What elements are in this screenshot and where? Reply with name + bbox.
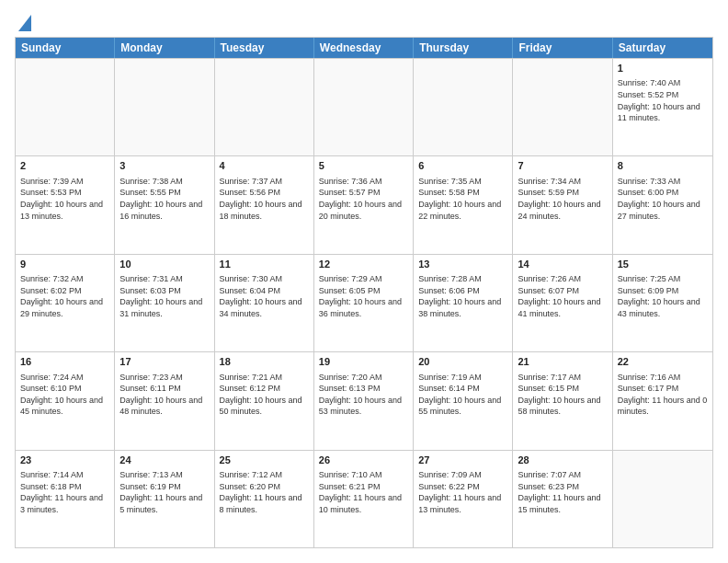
cell-info: Sunrise: 7:07 AM Sunset: 6:23 PM Dayligh… xyxy=(518,469,607,515)
cell-info: Sunrise: 7:16 AM Sunset: 6:17 PM Dayligh… xyxy=(618,372,708,418)
day-number: 20 xyxy=(418,355,507,369)
day-number: 27 xyxy=(418,454,507,467)
cell-info: Sunrise: 7:23 AM Sunset: 6:11 PM Dayligh… xyxy=(119,372,209,418)
calendar-cell-r0-c1 xyxy=(115,59,214,155)
weekday-header-monday: Monday xyxy=(115,38,214,58)
cell-info: Sunrise: 7:17 AM Sunset: 6:15 PM Dayligh… xyxy=(518,372,607,418)
day-number: 9 xyxy=(20,258,109,271)
header xyxy=(15,15,713,28)
calendar-cell-r1-c5: 7Sunrise: 7:34 AM Sunset: 5:59 PM Daylig… xyxy=(513,156,612,253)
cell-info: Sunrise: 7:40 AM Sunset: 5:52 PM Dayligh… xyxy=(618,77,708,123)
calendar-cell-r0-c5 xyxy=(513,59,612,155)
cell-info: Sunrise: 7:19 AM Sunset: 6:14 PM Dayligh… xyxy=(418,372,507,418)
logo xyxy=(15,15,31,28)
calendar-cell-r4-c5: 28Sunrise: 7:07 AM Sunset: 6:23 PM Dayli… xyxy=(513,451,612,547)
calendar-cell-r2-c5: 14Sunrise: 7:26 AM Sunset: 6:07 PM Dayli… xyxy=(513,255,612,351)
calendar-cell-r0-c2 xyxy=(215,59,314,155)
calendar-row-3: 16Sunrise: 7:24 AM Sunset: 6:10 PM Dayli… xyxy=(16,351,712,449)
day-number: 15 xyxy=(618,258,708,271)
calendar-cell-r2-c1: 10Sunrise: 7:31 AM Sunset: 6:03 PM Dayli… xyxy=(115,255,214,351)
calendar-cell-r4-c1: 24Sunrise: 7:13 AM Sunset: 6:19 PM Dayli… xyxy=(115,451,214,547)
cell-info: Sunrise: 7:39 AM Sunset: 5:53 PM Dayligh… xyxy=(20,176,109,222)
cell-info: Sunrise: 7:25 AM Sunset: 6:09 PM Dayligh… xyxy=(618,273,708,319)
weekday-header-thursday: Thursday xyxy=(414,38,513,58)
weekday-header-saturday: Saturday xyxy=(613,38,712,58)
cell-info: Sunrise: 7:28 AM Sunset: 6:06 PM Dayligh… xyxy=(418,273,507,319)
cell-info: Sunrise: 7:38 AM Sunset: 5:55 PM Dayligh… xyxy=(119,176,209,222)
calendar-row-0: 1Sunrise: 7:40 AM Sunset: 5:52 PM Daylig… xyxy=(16,58,712,155)
weekday-header-tuesday: Tuesday xyxy=(215,38,314,58)
calendar-cell-r3-c1: 17Sunrise: 7:23 AM Sunset: 6:11 PM Dayli… xyxy=(115,352,214,449)
calendar-cell-r3-c4: 20Sunrise: 7:19 AM Sunset: 6:14 PM Dayli… xyxy=(414,352,513,449)
calendar-cell-r1-c2: 4Sunrise: 7:37 AM Sunset: 5:56 PM Daylig… xyxy=(215,156,314,253)
cell-info: Sunrise: 7:13 AM Sunset: 6:19 PM Dayligh… xyxy=(119,469,209,515)
cell-info: Sunrise: 7:31 AM Sunset: 6:03 PM Dayligh… xyxy=(119,273,209,319)
calendar-cell-r0-c4 xyxy=(414,59,513,155)
cell-info: Sunrise: 7:37 AM Sunset: 5:56 PM Dayligh… xyxy=(220,176,309,222)
calendar-cell-r4-c2: 25Sunrise: 7:12 AM Sunset: 6:20 PM Dayli… xyxy=(215,451,314,547)
cell-info: Sunrise: 7:24 AM Sunset: 6:10 PM Dayligh… xyxy=(20,372,109,418)
cell-info: Sunrise: 7:26 AM Sunset: 6:07 PM Dayligh… xyxy=(518,273,607,319)
cell-info: Sunrise: 7:12 AM Sunset: 6:20 PM Dayligh… xyxy=(220,469,309,515)
day-number: 7 xyxy=(518,159,607,173)
day-number: 1 xyxy=(618,62,708,75)
day-number: 17 xyxy=(119,355,209,369)
calendar-cell-r3-c0: 16Sunrise: 7:24 AM Sunset: 6:10 PM Dayli… xyxy=(16,352,115,449)
calendar-cell-r0-c3 xyxy=(314,59,414,155)
day-number: 16 xyxy=(20,355,109,369)
calendar-cell-r3-c2: 18Sunrise: 7:21 AM Sunset: 6:12 PM Dayli… xyxy=(215,352,314,449)
day-number: 28 xyxy=(518,454,607,467)
calendar-cell-r4-c6 xyxy=(613,451,712,547)
calendar-cell-r2-c4: 13Sunrise: 7:28 AM Sunset: 6:06 PM Dayli… xyxy=(414,255,513,351)
day-number: 4 xyxy=(220,159,309,173)
calendar-cell-r1-c0: 2Sunrise: 7:39 AM Sunset: 5:53 PM Daylig… xyxy=(16,156,115,253)
day-number: 19 xyxy=(319,355,408,369)
calendar-body: 1Sunrise: 7:40 AM Sunset: 5:52 PM Daylig… xyxy=(16,58,712,547)
cell-info: Sunrise: 7:36 AM Sunset: 5:57 PM Dayligh… xyxy=(319,176,408,222)
calendar-cell-r1-c1: 3Sunrise: 7:38 AM Sunset: 5:55 PM Daylig… xyxy=(115,156,214,253)
cell-info: Sunrise: 7:30 AM Sunset: 6:04 PM Dayligh… xyxy=(220,273,309,319)
calendar-cell-r1-c3: 5Sunrise: 7:36 AM Sunset: 5:57 PM Daylig… xyxy=(314,156,414,253)
day-number: 25 xyxy=(220,454,309,467)
weekday-header-sunday: Sunday xyxy=(16,38,115,58)
day-number: 12 xyxy=(319,258,408,271)
calendar-cell-r1-c6: 8Sunrise: 7:33 AM Sunset: 6:00 PM Daylig… xyxy=(613,156,712,253)
cell-info: Sunrise: 7:14 AM Sunset: 6:18 PM Dayligh… xyxy=(20,469,109,515)
calendar-cell-r2-c2: 11Sunrise: 7:30 AM Sunset: 6:04 PM Dayli… xyxy=(215,255,314,351)
calendar-header: SundayMondayTuesdayWednesdayThursdayFrid… xyxy=(16,38,712,58)
cell-info: Sunrise: 7:21 AM Sunset: 6:12 PM Dayligh… xyxy=(220,372,309,418)
day-number: 18 xyxy=(220,355,309,369)
logo-triangle-icon xyxy=(18,15,31,31)
calendar-row-4: 23Sunrise: 7:14 AM Sunset: 6:18 PM Dayli… xyxy=(16,450,712,547)
calendar-cell-r3-c3: 19Sunrise: 7:20 AM Sunset: 6:13 PM Dayli… xyxy=(314,352,414,449)
day-number: 22 xyxy=(618,355,708,369)
calendar-cell-r1-c4: 6Sunrise: 7:35 AM Sunset: 5:58 PM Daylig… xyxy=(414,156,513,253)
day-number: 14 xyxy=(518,258,607,271)
calendar-cell-r2-c6: 15Sunrise: 7:25 AM Sunset: 6:09 PM Dayli… xyxy=(613,255,712,351)
day-number: 3 xyxy=(119,159,209,173)
day-number: 21 xyxy=(518,355,607,369)
cell-info: Sunrise: 7:10 AM Sunset: 6:21 PM Dayligh… xyxy=(319,469,408,515)
calendar-cell-r3-c6: 22Sunrise: 7:16 AM Sunset: 6:17 PM Dayli… xyxy=(613,352,712,449)
day-number: 2 xyxy=(20,159,109,173)
calendar-cell-r3-c5: 21Sunrise: 7:17 AM Sunset: 6:15 PM Dayli… xyxy=(513,352,612,449)
day-number: 6 xyxy=(418,159,507,173)
calendar-cell-r2-c0: 9Sunrise: 7:32 AM Sunset: 6:02 PM Daylig… xyxy=(16,255,115,351)
calendar-cell-r4-c4: 27Sunrise: 7:09 AM Sunset: 6:22 PM Dayli… xyxy=(414,451,513,547)
cell-info: Sunrise: 7:35 AM Sunset: 5:58 PM Dayligh… xyxy=(418,176,507,222)
calendar-cell-r0-c6: 1Sunrise: 7:40 AM Sunset: 5:52 PM Daylig… xyxy=(613,59,712,155)
day-number: 26 xyxy=(319,454,408,467)
cell-info: Sunrise: 7:33 AM Sunset: 6:00 PM Dayligh… xyxy=(618,176,708,222)
calendar-row-2: 9Sunrise: 7:32 AM Sunset: 6:02 PM Daylig… xyxy=(16,254,712,351)
weekday-header-wednesday: Wednesday xyxy=(314,38,414,58)
calendar-cell-r2-c3: 12Sunrise: 7:29 AM Sunset: 6:05 PM Dayli… xyxy=(314,255,414,351)
page: SundayMondayTuesdayWednesdayThursdayFrid… xyxy=(0,0,728,563)
day-number: 8 xyxy=(618,159,708,173)
calendar: SundayMondayTuesdayWednesdayThursdayFrid… xyxy=(15,37,713,548)
day-number: 13 xyxy=(418,258,507,271)
day-number: 23 xyxy=(20,454,109,467)
day-number: 11 xyxy=(220,258,309,271)
day-number: 10 xyxy=(119,258,209,271)
cell-info: Sunrise: 7:29 AM Sunset: 6:05 PM Dayligh… xyxy=(319,273,408,319)
calendar-cell-r4-c0: 23Sunrise: 7:14 AM Sunset: 6:18 PM Dayli… xyxy=(16,451,115,547)
